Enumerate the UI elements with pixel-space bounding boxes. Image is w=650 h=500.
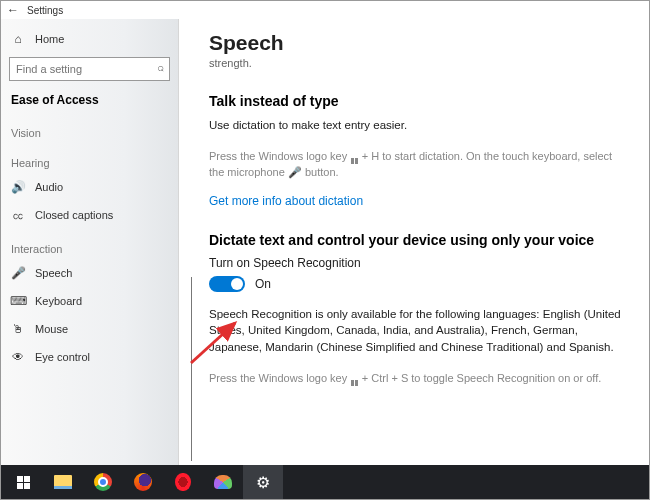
sidebar-home[interactable]: ⌂ Home [1,25,178,53]
section1-para: Use dictation to make text entry easier. [209,117,627,134]
eye-icon: 👁 [11,350,25,364]
keyboard-icon: ⌨ [11,294,25,308]
toggle-state: On [255,277,271,291]
taskbar-firefox[interactable] [123,465,163,499]
dictation-info-link[interactable]: Get more info about dictation [209,194,363,208]
speech-icon: 🎤 [11,266,25,280]
sidebar-item-label: Mouse [35,323,68,335]
gear-icon: ⚙ [256,473,270,492]
toggle-label: Turn on Speech Recognition [209,256,627,270]
sidebar-item-audio[interactable]: 🔊 Audio [1,173,178,201]
search-input[interactable] [9,57,170,81]
search-icon: ⌕ [157,61,164,73]
home-icon: ⌂ [11,32,25,46]
start-button[interactable] [3,465,43,499]
taskbar-settings[interactable]: ⚙ [243,465,283,499]
sidebar-item-label: Audio [35,181,63,193]
sidebar-section-interaction: Interaction [1,229,178,259]
sidebar-item-speech[interactable]: 🎤 Speech [1,259,178,287]
sidebar-item-label: Eye control [35,351,90,363]
windows-icon [17,476,30,489]
mic-icon: 🎤 [288,166,302,178]
scrollbar-track-indicator [191,277,192,461]
page-subtitle: strength. [209,57,627,69]
sidebar-section-hearing: Hearing [1,143,178,173]
sidebar: ⌂ Home ⌕ Ease of Access Vision Hearing 🔊… [1,19,179,465]
window-title: Settings [27,5,63,16]
speech-recognition-toggle[interactable] [209,276,245,292]
titlebar: ← Settings [1,1,649,19]
opera-icon [175,473,191,491]
folder-icon [54,475,72,489]
paint-icon [214,475,232,489]
sidebar-group-title: Ease of Access [1,89,178,113]
winkey-icon [351,158,358,165]
dictation-hint: Press the Windows logo key + H to start … [209,148,627,181]
sidebar-item-keyboard[interactable]: ⌨ Keyboard [1,287,178,315]
sidebar-item-label: Speech [35,267,72,279]
sidebar-item-eye-control[interactable]: 👁 Eye control [1,343,178,371]
sidebar-home-label: Home [35,33,64,45]
taskbar-paint[interactable] [203,465,243,499]
sidebar-item-label: Keyboard [35,295,82,307]
settings-window: ← Settings ⌂ Home ⌕ Ease of Access Visio… [0,0,650,500]
page-title: Speech [209,31,627,55]
taskbar-file-explorer[interactable] [43,465,83,499]
captions-icon: ㏄ [11,208,25,222]
back-icon[interactable]: ← [7,3,19,17]
winkey-icon [351,380,358,387]
audio-icon: 🔊 [11,180,25,194]
sidebar-item-label: Closed captions [35,209,113,221]
taskbar-chrome[interactable] [83,465,123,499]
firefox-icon [134,473,152,491]
taskbar: ⚙ [1,465,649,499]
toggle-hint: Press the Windows logo key + Ctrl + S to… [209,370,627,387]
sidebar-item-mouse[interactable]: 🖱 Mouse [1,315,178,343]
window-body: ⌂ Home ⌕ Ease of Access Vision Hearing 🔊… [1,19,649,465]
taskbar-opera[interactable] [163,465,203,499]
sidebar-item-closed-captions[interactable]: ㏄ Closed captions [1,201,178,229]
content-pane: Speech strength. Talk instead of type Us… [179,19,649,465]
section-heading-talk: Talk instead of type [209,93,627,109]
section-heading-dictate: Dictate text and control your device usi… [209,232,627,248]
availability-text: Speech Recognition is only available for… [209,306,627,356]
search-wrap: ⌕ [1,53,178,89]
toggle-row: On [209,276,627,292]
chrome-icon [94,473,112,491]
mouse-icon: 🖱 [11,322,25,336]
sidebar-section-vision: Vision [1,113,178,143]
